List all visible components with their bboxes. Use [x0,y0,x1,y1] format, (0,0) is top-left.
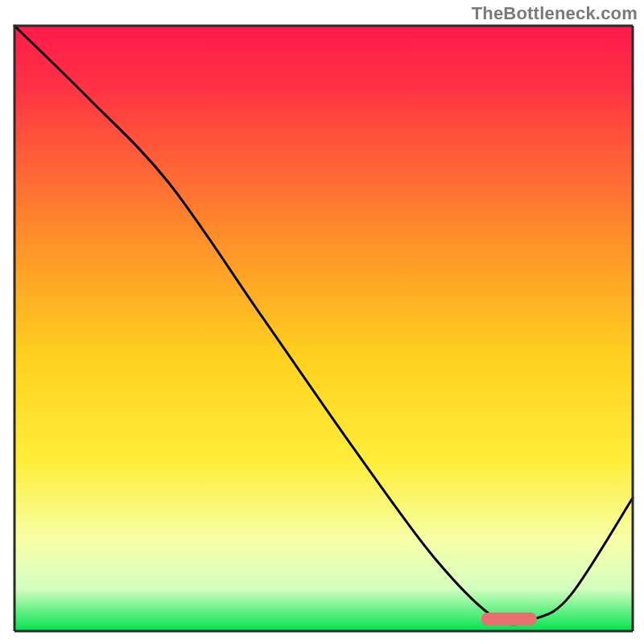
bottleneck-chart [0,0,644,644]
optimal-range-marker [481,613,537,625]
plot-area [14,26,633,631]
